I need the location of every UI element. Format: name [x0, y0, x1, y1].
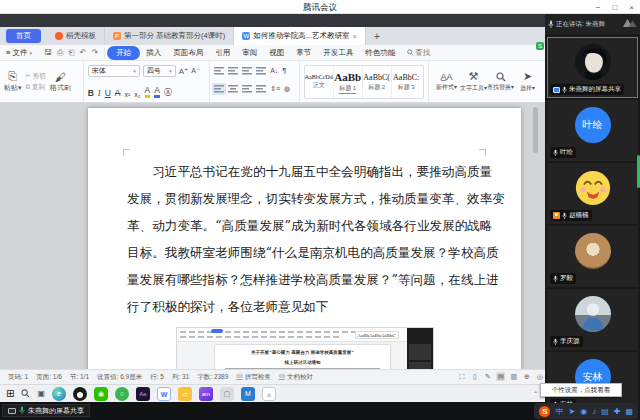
gray-app-icon[interactable]: ▢	[220, 387, 234, 401]
redo-icon[interactable]: ↷	[91, 48, 98, 57]
document-page[interactable]: 习近平总书记在党的十九届五中全会明确指出，要推动高质量 发展，贯彻新发展理念，切…	[88, 108, 521, 369]
outline-view-icon[interactable]: ▥	[509, 372, 518, 381]
strikethrough-icon[interactable]: A	[115, 88, 121, 98]
wechat-icon[interactable]: ◉	[94, 387, 108, 401]
participant-tile[interactable]: 赵楠楠	[547, 163, 638, 224]
font-size-select[interactable]: 四号▾	[143, 65, 176, 77]
bullet-list-icon[interactable]	[214, 67, 224, 75]
menu-insert[interactable]: 插入	[140, 46, 167, 60]
file-menu[interactable]: ≡ 文件 ▾	[0, 46, 38, 60]
participant-tile[interactable]: 李庆源	[547, 289, 638, 350]
style-heading1[interactable]: AaBb 标题 1	[334, 66, 363, 98]
font-color-icon[interactable]: A	[154, 85, 160, 98]
m-app-icon[interactable]: M	[241, 387, 255, 401]
wps-doc-tab-2-active[interactable]: W 如何推动学院高...艺术教研室 ×	[234, 27, 366, 45]
menu-section[interactable]: 章节	[290, 46, 317, 60]
spell-check-button[interactable]: ▤ 拼写检查	[236, 373, 270, 382]
proofread-button[interactable]: ▤ 文档校对	[279, 373, 313, 382]
style-heading3[interactable]: AaBbC: 标题 3	[392, 66, 421, 98]
screen-share-indicator[interactable]: 朱燕舞的屏幕共享	[2, 404, 90, 417]
fullscreen-view-icon[interactable]: ⛶	[457, 372, 466, 381]
style-heading2[interactable]: AaBbC( 标题 2	[363, 66, 392, 98]
read-mode-icon[interactable]: ▯	[470, 372, 479, 381]
vertical-scrollbar[interactable]	[533, 107, 538, 153]
browser-360-icon[interactable]: ○	[115, 387, 129, 401]
highlight-icon[interactable]: A	[145, 85, 151, 98]
pilcrow-icon[interactable]: ¶	[282, 66, 286, 75]
after-effects-icon[interactable]: Ae	[136, 387, 150, 401]
copy-button[interactable]: ⧉ 复制	[26, 83, 46, 92]
new-tab-button[interactable]: +	[366, 27, 388, 45]
close-icon[interactable]: ×	[629, 3, 634, 12]
keyboard-tool-icon[interactable]: ▤	[601, 407, 609, 416]
decrease-indent-icon[interactable]	[242, 67, 252, 75]
axure-icon[interactable]: am	[199, 387, 213, 401]
taskbar-search-icon[interactable]	[21, 389, 30, 398]
folder-icon[interactable]: ▱	[178, 387, 192, 401]
print-icon[interactable]: ⎗	[68, 48, 74, 58]
shading-icon[interactable]: ◍	[284, 85, 290, 93]
cursor-tool-icon[interactable]: ➤	[568, 407, 575, 416]
menu-references[interactable]: 引用	[209, 46, 236, 60]
wps-icon[interactable]: W	[157, 387, 171, 401]
sogou-input-bar[interactable]: S 中 ➤ ◉ ♪ ▤ ✚ ▦	[534, 403, 638, 419]
align-center-icon[interactable]	[228, 85, 238, 93]
text-tool-button[interactable]: ⚒ 文字工具▾	[460, 64, 487, 99]
wps-docer-tab[interactable]: 稻壳模板	[47, 27, 105, 45]
wps-home-tab[interactable]: 首页	[6, 29, 41, 43]
align-justify-icon[interactable]	[256, 85, 266, 93]
find-replace-button[interactable]: 查找替换▾	[487, 64, 514, 99]
document-canvas[interactable]: 习近平总书记在党的十九届五中全会明确指出，要推动高质量 发展，贯彻新发展理念，切…	[0, 103, 545, 369]
bold-icon[interactable]: B	[88, 88, 94, 98]
menu-home[interactable]: 开始	[107, 46, 140, 60]
eye-protect-icon[interactable]: ◎	[535, 372, 544, 381]
wps-doc-tab-1[interactable]: P 第一部分 基础教育部分(4课时)	[105, 27, 234, 45]
status-word-count[interactable]: 字数: 2389	[197, 373, 228, 382]
toolbox-icon[interactable]: ✚	[614, 407, 621, 416]
voice-tool-icon[interactable]: ♪	[592, 407, 596, 416]
grow-font-icon[interactable]: A⁺	[179, 67, 189, 76]
menu-page-layout[interactable]: 页面布局	[167, 46, 209, 60]
menu-view[interactable]: 视图	[263, 46, 290, 60]
select-button[interactable]: ➤ 选择▾	[514, 64, 541, 99]
align-right-icon[interactable]	[242, 85, 252, 93]
web-view-icon[interactable]: ⊕	[522, 372, 531, 381]
new-style-button[interactable]: A̲A 新样式▾	[433, 64, 460, 99]
input-mode-icon[interactable]: 中	[555, 406, 563, 417]
emoji-tool-icon[interactable]: ◉	[580, 407, 587, 416]
start-button[interactable]: ⊞	[6, 388, 14, 399]
italic-icon[interactable]: I	[98, 88, 101, 98]
participant-tile-sharer[interactable]: 朱燕舞的屏幕共享	[547, 37, 638, 98]
align-left-icon[interactable]	[214, 85, 224, 93]
maximize-icon[interactable]: □	[612, 3, 617, 12]
menu-review[interactable]: 审阅	[236, 46, 263, 60]
superscript-icon[interactable]: x²	[125, 91, 131, 98]
notepad-icon[interactable]: ≣	[262, 387, 276, 401]
font-name-select[interactable]: 宋体▾	[88, 65, 140, 77]
enclose-char-icon[interactable]: Ⓐ	[164, 87, 172, 98]
search-command[interactable]: 查找	[401, 46, 436, 60]
underline-icon[interactable]: U	[105, 88, 111, 98]
style-normal[interactable]: AaBbCcDd 正文	[305, 66, 334, 98]
participant-tile[interactable]: 叶绘 叶绘	[547, 100, 638, 161]
menu-dev-tools[interactable]: 开发工具	[317, 46, 359, 60]
sort-icon[interactable]: A↓	[270, 67, 278, 74]
sogou-logo-icon[interactable]: S	[539, 406, 550, 417]
menu-special[interactable]: 特色功能	[359, 46, 401, 60]
format-painter-button[interactable]: 🖌 格式刷	[50, 71, 71, 93]
document-text[interactable]: 习近平总书记在党的十九届五中全会明确指出，要推动高质量 发展，贯彻新发展理念，切…	[127, 158, 482, 369]
hidden-icons-chevron[interactable]: ⌃	[533, 390, 538, 397]
output-icon[interactable]: ⎙	[57, 48, 63, 58]
subscript-icon[interactable]: x₂	[134, 91, 140, 98]
line-spacing-icon[interactable]: ⇕≡	[270, 85, 280, 93]
skin-tool-icon[interactable]: ▦	[625, 407, 633, 416]
paste-button[interactable]: ⎘ 粘贴▾	[4, 70, 22, 93]
edge-icon[interactable]: e	[52, 387, 66, 401]
undo-icon[interactable]: ↶	[80, 48, 87, 57]
embedded-screenshot[interactable]: AaBbAaBbAaBbC 关于开展“凝心聚力 凝聚合力 推进学校高质量发展” …	[176, 327, 434, 369]
shrink-font-icon[interactable]: A⁻	[191, 67, 199, 75]
tab-close-icon[interactable]: ×	[353, 32, 357, 41]
minimize-icon[interactable]: −	[596, 3, 601, 12]
task-view-icon[interactable]: ▣	[37, 389, 45, 398]
page-view-icon[interactable]: ▤	[496, 372, 505, 381]
